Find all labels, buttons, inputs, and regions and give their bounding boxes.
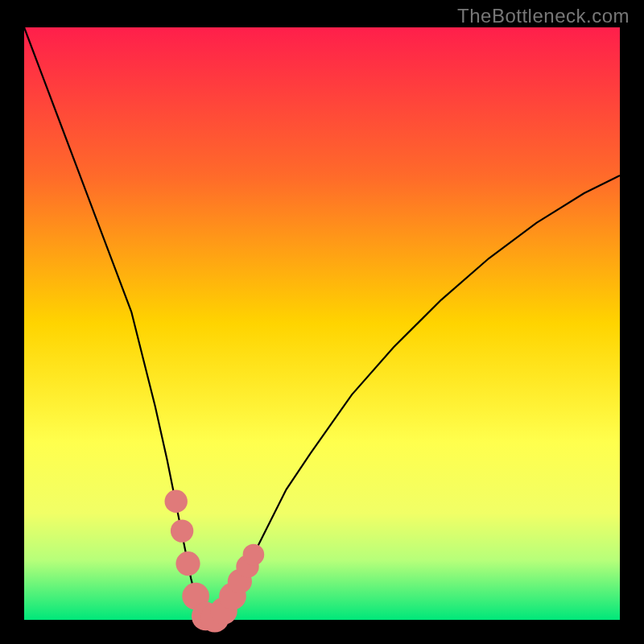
marker-dot (243, 544, 265, 566)
plot-background (24, 27, 620, 620)
marker-dot (164, 490, 187, 513)
bottleneck-chart (0, 0, 644, 644)
chart-container: TheBottleneck.com (0, 0, 644, 644)
marker-dot (175, 551, 200, 576)
watermark-text: TheBottleneck.com (457, 5, 630, 27)
marker-dot (171, 519, 193, 542)
